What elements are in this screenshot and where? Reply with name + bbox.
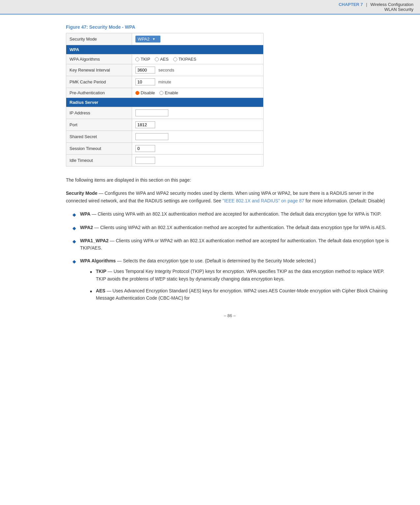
bullet-wpa1wpa2: ◆ WPA1_WPA2 — Clients using WPA or WPA2 … <box>72 237 394 252</box>
diamond-icon-wpa2: ◆ <box>72 224 76 232</box>
intro-text: The following items are displayed in thi… <box>66 176 394 184</box>
main-content: Figure 47: Security Mode - WPA Security … <box>0 15 420 338</box>
wpa-text: — Clients using WPA with an 802.1X authe… <box>91 211 381 217</box>
shared-secret-input[interactable] <box>135 133 168 140</box>
security-mode-text2: for more information. (Default: Disable) <box>304 198 385 203</box>
wpa-section-header: WPA <box>66 45 264 54</box>
bullet-wpa-algorithms: ◆ WPA Algorithms — Selects the data encr… <box>72 257 394 307</box>
sub-bullet-tkip: ■ TKIP — Uses Temporal Key Integrity Pro… <box>90 268 394 282</box>
pmk-cache-input[interactable] <box>135 78 155 85</box>
ieee-link[interactable]: "IEEE 802.1X and RADIUS" on page 87 <box>223 198 304 203</box>
radio-enable-label: Enable <box>165 90 178 95</box>
idle-timeout-row: Idle Timeout <box>66 155 264 166</box>
wpa2-text: — Clients using WPA2 with an 802.1X auth… <box>93 225 386 230</box>
session-timeout-input[interactable] <box>135 145 155 152</box>
wpa1wpa2-term: WPA1_WPA2 <box>80 238 109 243</box>
session-timeout-row: Session Timeout <box>66 143 264 155</box>
sub-bullet-tkip-content: TKIP — Uses Temporal Key Integrity Proto… <box>96 268 394 282</box>
pre-auth-label: Pre-Authentication <box>66 88 132 98</box>
pmk-cache-row: PMK Cache Period minute <box>66 76 264 88</box>
radio-tkip[interactable]: TKIP <box>135 57 150 62</box>
header-chapter-title: Wireless Configuration <box>370 2 413 7</box>
ip-address-input[interactable] <box>135 109 168 116</box>
radio-circle-enable <box>159 91 163 95</box>
figure-label: Figure 47: Security Mode - WPA <box>66 24 394 30</box>
wpa-algorithms-term: WPA Algorithms <box>80 258 116 263</box>
bullet-wpa-content: WPA — Clients using WPA with an 802.1X a… <box>80 210 381 218</box>
wpa2-term: WPA2 <box>80 225 93 230</box>
radio-circle-disable <box>135 91 139 95</box>
idle-timeout-label: Idle Timeout <box>66 155 132 166</box>
radio-circle-tkip <box>135 57 139 61</box>
security-mode-label: Security Mode <box>66 33 132 45</box>
header-sub-title: WLAN Security <box>0 7 413 12</box>
radio-enable[interactable]: Enable <box>159 90 178 95</box>
ip-address-label: IP Address <box>66 107 132 119</box>
ip-address-value <box>132 107 264 119</box>
radius-section-header: Radius Server <box>66 98 264 107</box>
key-renewal-label: Key Renewal Interval <box>66 64 132 76</box>
sub-bullets: ■ TKIP — Uses Temporal Key Integrity Pro… <box>80 268 394 302</box>
wpa-algorithms-radio-group: TKIP AES TKIPAES <box>135 57 260 62</box>
wpa-algorithms-value: TKIP AES TKIPAES <box>132 54 264 64</box>
aes-text: — Uses Advanced Encryption Standard (AES… <box>96 288 387 301</box>
key-renewal-row: Key Renewal Interval seconds <box>66 64 264 76</box>
bullet-wpa-algorithms-content: WPA Algorithms — Selects the data encryp… <box>80 257 394 307</box>
pre-auth-row: Pre-Authentication Disable Enable <box>66 88 264 98</box>
ip-address-row: IP Address <box>66 107 264 119</box>
diamond-icon-wpa-algorithms: ◆ <box>72 258 76 265</box>
port-input[interactable] <box>135 121 155 128</box>
security-mode-description: Security Mode — Configures the WPA and W… <box>66 190 394 204</box>
pre-auth-radio-group: Disable Enable <box>135 90 260 95</box>
pmk-cache-label: PMK Cache Period <box>66 76 132 88</box>
radio-tkip-label: TKIP <box>141 57 150 62</box>
aes-term: AES <box>96 288 105 293</box>
radio-circle-aes <box>155 57 159 61</box>
security-mode-select-wrapper[interactable]: WPA2 ▼ <box>135 36 160 43</box>
bullet-wpa2-content: WPA2 — Clients using WPA2 with an 802.1X… <box>80 224 386 231</box>
radio-circle-tkipaes <box>173 57 177 61</box>
wpa-algorithms-row: WPA Algorithms TKIP AES TKIPAES <box>66 54 264 64</box>
square-icon-aes: ■ <box>90 289 92 294</box>
wpa-algorithms-text: — Selects the data encryption type to us… <box>116 258 316 263</box>
key-renewal-value: seconds <box>132 64 264 76</box>
wpa-section-header-row: WPA <box>66 45 264 54</box>
radius-section-header-row: Radius Server <box>66 98 264 107</box>
security-mode-selected: WPA2 <box>138 37 150 42</box>
page-number: – 86 – <box>66 313 394 325</box>
security-mode-term: Security Mode <box>66 191 98 196</box>
radio-tkipaes[interactable]: TKIPAES <box>173 57 196 62</box>
wpa-algorithms-label: WPA Algorithms <box>66 54 132 64</box>
bullet-wpa2: ◆ WPA2 — Clients using WPA2 with an 802.… <box>72 224 394 232</box>
config-table: Security Mode WPA2 ▼ WPA WPA Algorithms … <box>66 33 264 166</box>
pmk-cache-unit: minute <box>158 79 171 84</box>
chapter-label: CHAPTER 7 <box>339 2 363 7</box>
shared-secret-value <box>132 131 264 143</box>
shared-secret-label: Shared Secret <box>66 131 132 143</box>
key-renewal-input[interactable] <box>135 67 155 74</box>
radio-tkipaes-label: TKIPAES <box>179 57 196 62</box>
diamond-icon-wpa: ◆ <box>72 211 76 218</box>
shared-secret-row: Shared Secret <box>66 131 264 143</box>
security-mode-value: WPA2 ▼ <box>132 33 264 45</box>
pmk-cache-value: minute <box>132 76 264 88</box>
header-separator: | <box>366 2 367 7</box>
security-mode-row: Security Mode WPA2 ▼ <box>66 33 264 45</box>
session-timeout-value <box>132 143 264 155</box>
radio-disable[interactable]: Disable <box>135 90 155 95</box>
bullet-wpa: ◆ WPA — Clients using WPA with an 802.1X… <box>72 210 394 218</box>
main-bullets: ◆ WPA — Clients using WPA with an 802.1X… <box>66 210 394 307</box>
idle-timeout-value <box>132 155 264 166</box>
radio-disable-label: Disable <box>141 90 155 95</box>
wpa-term: WPA <box>80 211 91 217</box>
port-label: Port <box>66 119 132 131</box>
square-icon-tkip: ■ <box>90 269 92 275</box>
key-renewal-unit: seconds <box>158 68 174 73</box>
radio-aes[interactable]: AES <box>155 57 169 62</box>
sub-bullet-aes: ■ AES — Uses Advanced Encryption Standar… <box>90 287 394 302</box>
bullet-wpa1wpa2-content: WPA1_WPA2 — Clients using WPA or WPA2 wi… <box>80 237 394 252</box>
sub-bullet-aes-content: AES — Uses Advanced Encryption Standard … <box>96 287 394 302</box>
tkip-text: — Uses Temporal Key Integrity Protocol (… <box>96 269 384 281</box>
tkip-term: TKIP <box>96 269 106 274</box>
idle-timeout-input[interactable] <box>135 157 155 164</box>
